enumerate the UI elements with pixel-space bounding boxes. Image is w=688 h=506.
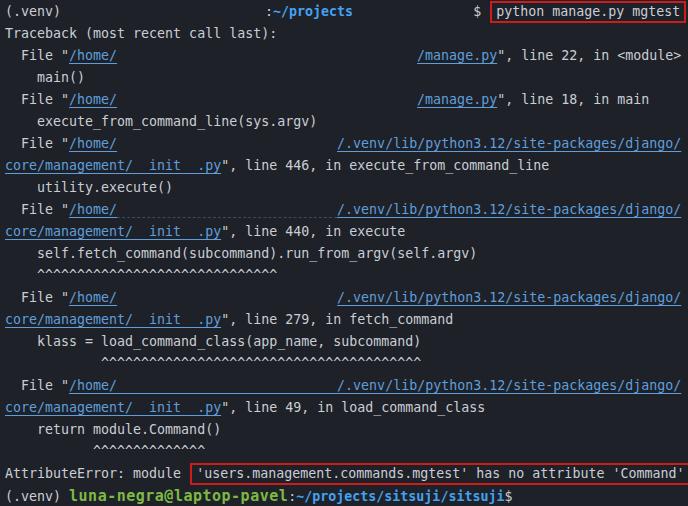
redacted-region	[117, 48, 417, 64]
caret-underline-text: ^^^^^^^^^^^^^^	[5, 444, 205, 459]
file-path-link[interactable]: core/management/__init__.py	[5, 158, 221, 173]
caret-underline-text: ^^^^^^^^^^^^^^^^^^^^^^^^^^^^^^	[5, 268, 277, 283]
terminal-text: 'users.management.commands.mgtest' has n…	[196, 466, 684, 481]
terminal-text: File "	[5, 136, 69, 151]
terminal-text: ", line 22, in <module>	[497, 48, 681, 63]
caret-underline-text: ^^^^^^^^^^^^^^^^^^^^^^^^^^^^^^^^^^^^^^^^	[5, 356, 421, 371]
file-path-link[interactable]: core/management/__init__.py	[5, 400, 221, 415]
file-path-link[interactable]: /home/	[69, 290, 117, 305]
terminal-text: main()	[5, 70, 85, 85]
redacted-region	[117, 379, 337, 394]
terminal-text: self.fetch_command(subcommand).run_from_…	[5, 246, 477, 261]
terminal-line: File "/home//.venv/lib/python3.12/site-p…	[5, 133, 688, 155]
terminal-text: $	[504, 489, 512, 504]
terminal-text: File "	[5, 48, 69, 63]
terminal-line: File "/home//manage.py", line 22, in <mo…	[5, 45, 688, 67]
terminal-text: python manage.py mgtest	[496, 4, 680, 19]
redacted-region	[117, 203, 337, 218]
terminal-line: self.fetch_command(subcommand).run_from_…	[5, 243, 688, 265]
terminal-line: ^^^^^^^^^^^^^^^^^^^^^^^^^^^^^^	[5, 265, 688, 287]
terminal-text: Traceback (most recent call last):	[5, 26, 277, 41]
file-path-link[interactable]: /manage.py	[417, 92, 497, 107]
file-path-link[interactable]: /.venv/lib/python3.12/site-packages/djan…	[337, 290, 681, 305]
file-path-link[interactable]: core/management/__init__.py	[5, 224, 221, 239]
command-highlight-box: python manage.py mgtest	[490, 1, 686, 23]
terminal-line: ^^^^^^^^^^^^^^	[5, 441, 688, 463]
redacted-region	[117, 290, 337, 306]
terminal-line: File "/home//.venv/lib/python3.12/site-p…	[5, 375, 688, 397]
terminal-line: AttributeError: module 'users.management…	[5, 463, 688, 485]
redacted-region	[69, 4, 265, 20]
terminal-text: execute_from_command_line(sys.argv)	[5, 114, 317, 129]
prompt-path: ~/projects	[273, 4, 353, 19]
terminal-line: utility.execute()	[5, 177, 688, 199]
redacted-region	[353, 4, 473, 20]
terminal-text: :	[265, 4, 273, 19]
file-path-link[interactable]: /.venv/lib/python3.12/site-packages/djan…	[337, 378, 681, 393]
terminal-line: File "/home//manage.py", line 18, in mai…	[5, 89, 688, 111]
terminal-line: return module.Command()	[5, 419, 688, 441]
file-path-link[interactable]: /home/	[69, 202, 117, 217]
terminal-text: ", line 49, in load_command_class	[221, 400, 485, 415]
terminal-line: main()	[5, 67, 688, 89]
terminal-text: ", line 440, in execute	[221, 224, 405, 239]
terminal-line: core/management/__init__.py", line 446, …	[5, 155, 688, 177]
terminal-line: core/management/__init__.py", line 49, i…	[5, 397, 688, 419]
error-highlight-box: 'users.management.commands.mgtest' has n…	[190, 463, 688, 485]
file-path-link[interactable]: core/management/__init__.py	[5, 312, 221, 327]
terminal-text: $	[473, 4, 489, 19]
file-path-link[interactable]: /home/	[69, 92, 117, 107]
terminal-line: File "/home//.venv/lib/python3.12/site-p…	[5, 287, 688, 309]
file-path-link[interactable]: /.venv/lib/python3.12/site-packages/djan…	[337, 136, 681, 151]
terminal-text: File "	[5, 92, 69, 107]
terminal-text: utility.execute()	[5, 180, 173, 195]
terminal-line: core/management/__init__.py", line 279, …	[5, 309, 688, 331]
terminal-text: return module.Command()	[5, 422, 221, 437]
redacted-region	[117, 136, 337, 152]
prompt-user-host: luna-negra@laptop-pavel	[69, 487, 288, 505]
file-path-link[interactable]: /home/	[69, 48, 117, 63]
file-path-link[interactable]: /.venv/lib/python3.12/site-packages/djan…	[337, 202, 681, 217]
terminal-line: Traceback (most recent call last):	[5, 23, 688, 45]
terminal-line: ^^^^^^^^^^^^^^^^^^^^^^^^^^^^^^^^^^^^^^^^	[5, 353, 688, 375]
terminal-line: (.venv) :~/projects$ python manage.py mg…	[5, 1, 688, 23]
terminal-text: ", line 446, in execute_from_command_lin…	[221, 158, 549, 173]
terminal-text: AttributeError: module	[5, 466, 189, 481]
file-path-link[interactable]: /manage.py	[417, 48, 497, 63]
terminal-text: File "	[5, 202, 69, 217]
terminal-line: execute_from_command_line(sys.argv)	[5, 111, 688, 133]
prompt-path: ~/projects/sitsuji/sitsuji	[296, 489, 504, 504]
terminal-text: File "	[5, 378, 69, 393]
terminal-text: (.venv)	[5, 4, 69, 19]
terminal-text: File "	[5, 290, 69, 305]
terminal-text: ", line 279, in fetch_command	[221, 312, 453, 327]
terminal-text: (.venv)	[5, 489, 69, 504]
redacted-region	[117, 92, 417, 108]
terminal-line: (.venv) luna-negra@laptop-pavel:~/projec…	[5, 485, 688, 506]
terminal-line: klass = load_command_class(app_name, sub…	[5, 331, 688, 353]
terminal-text: ", line 18, in main	[497, 92, 649, 107]
file-path-link[interactable]: /home/	[69, 378, 117, 393]
terminal-text: klass = load_command_class(app_name, sub…	[5, 334, 421, 349]
terminal-window[interactable]: (.venv) :~/projects$ python manage.py mg…	[0, 0, 688, 506]
file-path-link[interactable]: /home/	[69, 136, 117, 151]
terminal-line: core/management/__init__.py", line 440, …	[5, 221, 688, 243]
terminal-line: File "/home//.venv/lib/python3.12/site-p…	[5, 199, 688, 221]
